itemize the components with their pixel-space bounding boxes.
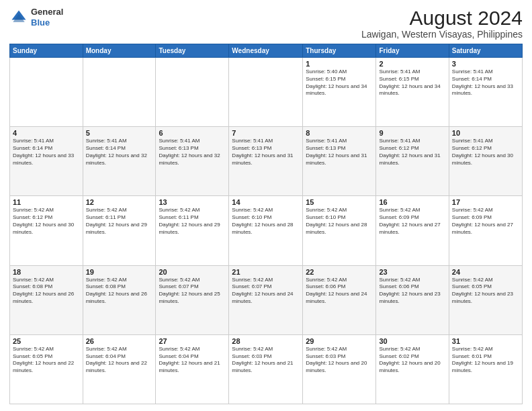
table-row: 18Sunrise: 5:42 AM Sunset: 6:08 PM Dayli… [10,265,83,334]
day-number: 27 [159,337,226,345]
header-sunday: Sunday [10,44,83,58]
day-info: Sunrise: 5:42 AM Sunset: 6:11 PM Dayligh… [159,207,226,236]
title-block: August 2024 Lawigan, Western Visayas, Ph… [361,7,523,40]
header-thursday: Thursday [303,44,376,58]
day-number: 11 [13,198,80,206]
calendar-table: Sunday Monday Tuesday Wednesday Thursday… [9,44,523,404]
header-tuesday: Tuesday [156,44,229,58]
day-info: Sunrise: 5:42 AM Sunset: 6:02 PM Dayligh… [379,346,445,375]
calendar-week-3: 11Sunrise: 5:42 AM Sunset: 6:12 PM Dayli… [10,196,523,265]
table-row: 1Sunrise: 5:40 AM Sunset: 6:15 PM Daylig… [303,58,376,127]
day-info: Sunrise: 5:41 AM Sunset: 6:13 PM Dayligh… [232,138,300,167]
day-number: 18 [13,268,80,276]
day-number: 29 [306,337,373,345]
day-info: Sunrise: 5:42 AM Sunset: 6:10 PM Dayligh… [306,207,373,236]
table-row: 21Sunrise: 5:42 AM Sunset: 6:07 PM Dayli… [229,265,303,334]
table-row: 17Sunrise: 5:42 AM Sunset: 6:09 PM Dayli… [449,196,522,265]
page: General Blue August 2024 Lawigan, Wester… [0,0,532,411]
table-row: 15Sunrise: 5:42 AM Sunset: 6:10 PM Dayli… [303,196,376,265]
calendar-week-1: 1Sunrise: 5:40 AM Sunset: 6:15 PM Daylig… [10,58,523,127]
table-row: 7Sunrise: 5:41 AM Sunset: 6:13 PM Daylig… [229,127,303,196]
day-number: 22 [306,268,373,276]
table-row: 9Sunrise: 5:41 AM Sunset: 6:12 PM Daylig… [376,127,449,196]
day-number: 30 [379,337,445,345]
logo: General Blue [9,7,63,28]
table-row: 29Sunrise: 5:42 AM Sunset: 6:03 PM Dayli… [303,334,376,404]
table-row: 12Sunrise: 5:42 AM Sunset: 6:11 PM Dayli… [83,196,156,265]
day-number: 21 [232,268,300,276]
calendar-week-2: 4Sunrise: 5:41 AM Sunset: 6:14 PM Daylig… [10,127,523,196]
day-number: 26 [86,337,153,345]
table-row: 2Sunrise: 5:41 AM Sunset: 6:15 PM Daylig… [376,58,449,127]
table-row: 26Sunrise: 5:42 AM Sunset: 6:04 PM Dayli… [83,334,156,404]
header: General Blue August 2024 Lawigan, Wester… [9,7,523,40]
table-row: 22Sunrise: 5:42 AM Sunset: 6:06 PM Dayli… [303,265,376,334]
table-row: 11Sunrise: 5:42 AM Sunset: 6:12 PM Dayli… [10,196,83,265]
day-info: Sunrise: 5:42 AM Sunset: 6:07 PM Dayligh… [159,277,226,306]
table-row: 4Sunrise: 5:41 AM Sunset: 6:14 PM Daylig… [10,127,83,196]
table-row: 10Sunrise: 5:41 AM Sunset: 6:12 PM Dayli… [449,127,522,196]
table-row: 13Sunrise: 5:42 AM Sunset: 6:11 PM Dayli… [156,196,229,265]
calendar-header-row: Sunday Monday Tuesday Wednesday Thursday… [10,44,523,58]
table-row: 23Sunrise: 5:42 AM Sunset: 6:06 PM Dayli… [376,265,449,334]
day-info: Sunrise: 5:42 AM Sunset: 6:05 PM Dayligh… [13,346,80,375]
day-info: Sunrise: 5:42 AM Sunset: 6:08 PM Dayligh… [86,277,153,306]
table-row: 24Sunrise: 5:42 AM Sunset: 6:05 PM Dayli… [449,265,522,334]
day-number: 20 [159,268,226,276]
day-number: 3 [452,60,519,68]
day-number: 6 [159,129,226,137]
day-info: Sunrise: 5:41 AM Sunset: 6:12 PM Dayligh… [452,138,519,167]
table-row [10,58,83,127]
table-row [156,58,229,127]
header-saturday: Saturday [449,44,522,58]
day-info: Sunrise: 5:42 AM Sunset: 6:11 PM Dayligh… [86,207,153,236]
table-row: 14Sunrise: 5:42 AM Sunset: 6:10 PM Dayli… [229,196,303,265]
day-info: Sunrise: 5:42 AM Sunset: 6:05 PM Dayligh… [452,277,519,306]
table-row: 3Sunrise: 5:41 AM Sunset: 6:14 PM Daylig… [449,58,522,127]
table-row: 31Sunrise: 5:42 AM Sunset: 6:01 PM Dayli… [449,334,522,404]
day-number: 17 [452,198,519,206]
day-info: Sunrise: 5:41 AM Sunset: 6:14 PM Dayligh… [452,68,519,97]
logo-icon [9,8,28,27]
header-friday: Friday [376,44,449,58]
table-row: 5Sunrise: 5:41 AM Sunset: 6:14 PM Daylig… [83,127,156,196]
day-number: 10 [452,129,519,137]
table-row: 20Sunrise: 5:42 AM Sunset: 6:07 PM Dayli… [156,265,229,334]
day-info: Sunrise: 5:42 AM Sunset: 6:01 PM Dayligh… [452,346,519,375]
logo-blue-text: Blue [31,17,50,28]
day-number: 31 [452,337,519,345]
day-number: 19 [86,268,153,276]
day-info: Sunrise: 5:42 AM Sunset: 6:06 PM Dayligh… [379,277,445,306]
day-info: Sunrise: 5:42 AM Sunset: 6:09 PM Dayligh… [452,207,519,236]
header-monday: Monday [83,44,156,58]
day-info: Sunrise: 5:41 AM Sunset: 6:13 PM Dayligh… [306,138,373,167]
page-title: August 2024 [361,7,523,29]
day-number: 23 [379,268,445,276]
table-row: 19Sunrise: 5:42 AM Sunset: 6:08 PM Dayli… [83,265,156,334]
day-number: 1 [306,60,373,68]
day-number: 7 [232,129,300,137]
day-info: Sunrise: 5:42 AM Sunset: 6:03 PM Dayligh… [306,346,373,375]
header-wednesday: Wednesday [229,44,303,58]
day-info: Sunrise: 5:42 AM Sunset: 6:12 PM Dayligh… [13,207,80,236]
day-number: 5 [86,129,153,137]
page-subtitle: Lawigan, Western Visayas, Philippines [361,29,523,40]
day-number: 25 [13,337,80,345]
day-number: 24 [452,268,519,276]
day-info: Sunrise: 5:41 AM Sunset: 6:13 PM Dayligh… [159,138,226,167]
day-info: Sunrise: 5:41 AM Sunset: 6:15 PM Dayligh… [379,68,445,97]
day-info: Sunrise: 5:42 AM Sunset: 6:03 PM Dayligh… [232,346,300,375]
day-number: 12 [86,198,153,206]
day-info: Sunrise: 5:42 AM Sunset: 6:09 PM Dayligh… [379,207,445,236]
day-info: Sunrise: 5:40 AM Sunset: 6:15 PM Dayligh… [306,68,373,97]
day-number: 15 [306,198,373,206]
day-info: Sunrise: 5:42 AM Sunset: 6:04 PM Dayligh… [86,346,153,375]
day-number: 14 [232,198,300,206]
day-info: Sunrise: 5:41 AM Sunset: 6:14 PM Dayligh… [13,138,80,167]
table-row: 27Sunrise: 5:42 AM Sunset: 6:04 PM Dayli… [156,334,229,404]
day-info: Sunrise: 5:41 AM Sunset: 6:12 PM Dayligh… [379,138,445,167]
day-info: Sunrise: 5:42 AM Sunset: 6:06 PM Dayligh… [306,277,373,306]
day-number: 4 [13,129,80,137]
table-row: 28Sunrise: 5:42 AM Sunset: 6:03 PM Dayli… [229,334,303,404]
day-number: 2 [379,60,445,68]
